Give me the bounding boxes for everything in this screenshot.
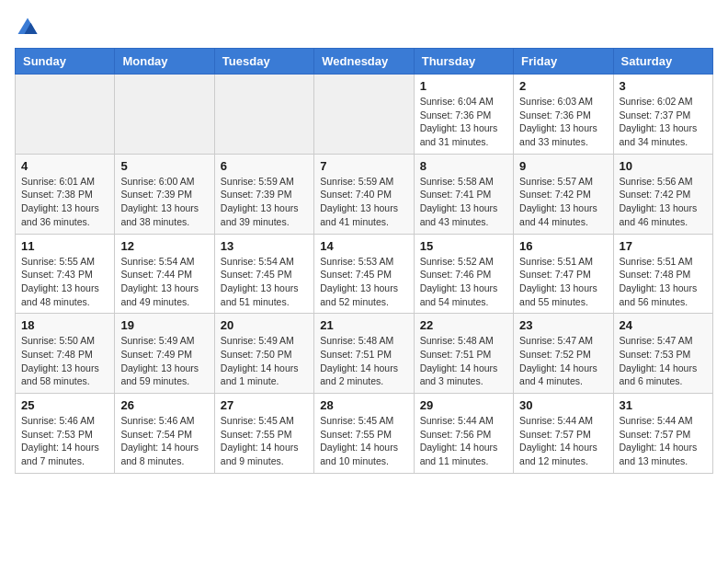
calendar-cell: 14Sunrise: 5:53 AM Sunset: 7:45 PM Dayli…: [314, 234, 414, 314]
day-number: 13: [221, 239, 308, 253]
calendar-cell: 29Sunrise: 5:44 AM Sunset: 7:56 PM Dayli…: [414, 394, 513, 474]
calendar-cell: 6Sunrise: 5:59 AM Sunset: 7:39 PM Daylig…: [214, 154, 313, 234]
day-number: 28: [320, 398, 407, 412]
calendar-cell: 16Sunrise: 5:51 AM Sunset: 7:47 PM Dayli…: [514, 234, 613, 314]
day-number: 20: [221, 318, 308, 332]
calendar-cell: 23Sunrise: 5:47 AM Sunset: 7:52 PM Dayli…: [514, 314, 613, 394]
calendar-cell: [16, 75, 115, 155]
weekday-header: Saturday: [613, 49, 712, 75]
day-number: 27: [221, 398, 308, 412]
day-info: Sunrise: 6:00 AM Sunset: 7:39 PM Dayligh…: [120, 175, 208, 229]
day-info: Sunrise: 5:52 AM Sunset: 7:46 PM Dayligh…: [420, 255, 507, 309]
day-info: Sunrise: 5:46 AM Sunset: 7:54 PM Dayligh…: [120, 414, 208, 468]
calendar-cell: [314, 75, 414, 155]
day-number: 31: [620, 398, 707, 412]
day-number: 26: [120, 398, 208, 412]
day-number: 18: [21, 318, 108, 332]
day-number: 15: [420, 239, 507, 253]
calendar-cell: 9Sunrise: 5:57 AM Sunset: 7:42 PM Daylig…: [514, 154, 613, 234]
day-info: Sunrise: 5:46 AM Sunset: 7:53 PM Dayligh…: [21, 414, 108, 468]
weekday-header: Thursday: [414, 49, 513, 75]
day-number: 24: [620, 318, 707, 332]
calendar-cell: 8Sunrise: 5:58 AM Sunset: 7:41 PM Daylig…: [414, 154, 513, 234]
day-number: 6: [221, 159, 308, 173]
calendar-cell: 18Sunrise: 5:50 AM Sunset: 7:48 PM Dayli…: [16, 314, 115, 394]
day-info: Sunrise: 5:49 AM Sunset: 7:49 PM Dayligh…: [120, 334, 208, 388]
logo: [15, 15, 44, 40]
day-number: 1: [420, 79, 507, 93]
day-number: 14: [320, 239, 407, 253]
day-number: 25: [21, 398, 108, 412]
day-number: 2: [519, 79, 607, 93]
day-info: Sunrise: 5:55 AM Sunset: 7:43 PM Dayligh…: [21, 255, 108, 309]
calendar-cell: [214, 75, 313, 155]
day-info: Sunrise: 5:51 AM Sunset: 7:47 PM Dayligh…: [519, 255, 607, 309]
calendar-cell: 31Sunrise: 5:44 AM Sunset: 7:57 PM Dayli…: [613, 394, 712, 474]
day-info: Sunrise: 5:54 AM Sunset: 7:45 PM Dayligh…: [221, 255, 308, 309]
day-info: Sunrise: 5:47 AM Sunset: 7:53 PM Dayligh…: [620, 334, 707, 388]
day-info: Sunrise: 5:48 AM Sunset: 7:51 PM Dayligh…: [320, 334, 407, 388]
day-number: 29: [420, 398, 507, 412]
day-number: 30: [519, 398, 607, 412]
calendar-cell: 30Sunrise: 5:44 AM Sunset: 7:57 PM Dayli…: [514, 394, 613, 474]
day-number: 23: [519, 318, 607, 332]
page-header: [15, 15, 713, 40]
week-row: 11Sunrise: 5:55 AM Sunset: 7:43 PM Dayli…: [16, 234, 713, 314]
day-info: Sunrise: 5:47 AM Sunset: 7:52 PM Dayligh…: [519, 334, 607, 388]
day-info: Sunrise: 5:53 AM Sunset: 7:45 PM Dayligh…: [320, 255, 407, 309]
day-number: 3: [620, 79, 707, 93]
calendar-cell: 11Sunrise: 5:55 AM Sunset: 7:43 PM Dayli…: [16, 234, 115, 314]
day-info: Sunrise: 5:51 AM Sunset: 7:48 PM Dayligh…: [620, 255, 707, 309]
day-number: 12: [120, 239, 208, 253]
calendar-cell: 24Sunrise: 5:47 AM Sunset: 7:53 PM Dayli…: [613, 314, 712, 394]
calendar-cell: 12Sunrise: 5:54 AM Sunset: 7:44 PM Dayli…: [115, 234, 214, 314]
day-info: Sunrise: 5:44 AM Sunset: 7:57 PM Dayligh…: [519, 414, 607, 468]
calendar-cell: 22Sunrise: 5:48 AM Sunset: 7:51 PM Dayli…: [414, 314, 513, 394]
weekday-header: Wednesday: [314, 49, 414, 75]
day-number: 8: [420, 159, 507, 173]
calendar-cell: [115, 75, 214, 155]
day-info: Sunrise: 5:45 AM Sunset: 7:55 PM Dayligh…: [320, 414, 407, 468]
day-info: Sunrise: 5:59 AM Sunset: 7:40 PM Dayligh…: [320, 175, 407, 229]
calendar: SundayMondayTuesdayWednesdayThursdayFrid…: [15, 48, 713, 474]
calendar-cell: 20Sunrise: 5:49 AM Sunset: 7:50 PM Dayli…: [214, 314, 313, 394]
weekday-header: Tuesday: [214, 49, 313, 75]
day-info: Sunrise: 5:44 AM Sunset: 7:57 PM Dayligh…: [620, 414, 707, 468]
day-info: Sunrise: 6:02 AM Sunset: 7:37 PM Dayligh…: [620, 95, 707, 149]
calendar-cell: 19Sunrise: 5:49 AM Sunset: 7:49 PM Dayli…: [115, 314, 214, 394]
day-number: 22: [420, 318, 507, 332]
day-info: Sunrise: 5:44 AM Sunset: 7:56 PM Dayligh…: [420, 414, 507, 468]
week-row: 18Sunrise: 5:50 AM Sunset: 7:48 PM Dayli…: [16, 314, 713, 394]
day-number: 9: [519, 159, 607, 173]
calendar-cell: 27Sunrise: 5:45 AM Sunset: 7:55 PM Dayli…: [214, 394, 313, 474]
day-number: 5: [120, 159, 208, 173]
day-info: Sunrise: 5:57 AM Sunset: 7:42 PM Dayligh…: [519, 175, 607, 229]
calendar-cell: 2Sunrise: 6:03 AM Sunset: 7:36 PM Daylig…: [514, 75, 613, 155]
calendar-cell: 15Sunrise: 5:52 AM Sunset: 7:46 PM Dayli…: [414, 234, 513, 314]
day-number: 11: [21, 239, 108, 253]
day-info: Sunrise: 5:45 AM Sunset: 7:55 PM Dayligh…: [221, 414, 308, 468]
day-number: 4: [21, 159, 108, 173]
weekday-header: Friday: [514, 49, 613, 75]
calendar-cell: 26Sunrise: 5:46 AM Sunset: 7:54 PM Dayli…: [115, 394, 214, 474]
day-info: Sunrise: 5:50 AM Sunset: 7:48 PM Dayligh…: [21, 334, 108, 388]
weekday-header: Sunday: [16, 49, 115, 75]
day-number: 10: [620, 159, 707, 173]
calendar-cell: 17Sunrise: 5:51 AM Sunset: 7:48 PM Dayli…: [613, 234, 712, 314]
day-info: Sunrise: 5:59 AM Sunset: 7:39 PM Dayligh…: [221, 175, 308, 229]
calendar-cell: 7Sunrise: 5:59 AM Sunset: 7:40 PM Daylig…: [314, 154, 414, 234]
weekday-header-row: SundayMondayTuesdayWednesdayThursdayFrid…: [16, 49, 713, 75]
day-info: Sunrise: 5:48 AM Sunset: 7:51 PM Dayligh…: [420, 334, 507, 388]
day-info: Sunrise: 5:58 AM Sunset: 7:41 PM Dayligh…: [420, 175, 507, 229]
day-info: Sunrise: 5:49 AM Sunset: 7:50 PM Dayligh…: [221, 334, 308, 388]
day-number: 17: [620, 239, 707, 253]
day-number: 19: [120, 318, 208, 332]
day-info: Sunrise: 6:03 AM Sunset: 7:36 PM Dayligh…: [519, 95, 607, 149]
calendar-cell: 4Sunrise: 6:01 AM Sunset: 7:38 PM Daylig…: [16, 154, 115, 234]
day-info: Sunrise: 6:04 AM Sunset: 7:36 PM Dayligh…: [420, 95, 507, 149]
week-row: 4Sunrise: 6:01 AM Sunset: 7:38 PM Daylig…: [16, 154, 713, 234]
calendar-cell: 25Sunrise: 5:46 AM Sunset: 7:53 PM Dayli…: [16, 394, 115, 474]
week-row: 1Sunrise: 6:04 AM Sunset: 7:36 PM Daylig…: [16, 75, 713, 155]
weekday-header: Monday: [115, 49, 214, 75]
day-info: Sunrise: 5:56 AM Sunset: 7:42 PM Dayligh…: [620, 175, 707, 229]
